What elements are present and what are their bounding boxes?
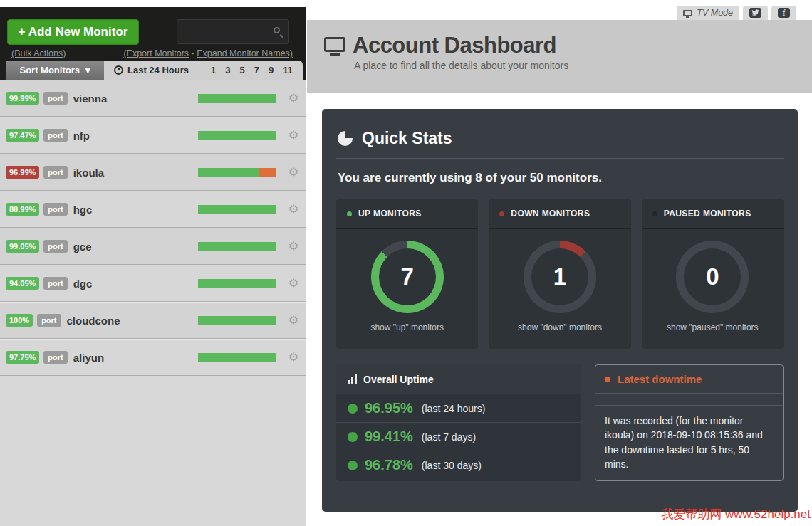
uptime-label-24h: (last 24 hours) [422,403,485,414]
hour-tick: 7 [254,65,259,75]
paused-monitors-card: PAUSED MONITORS 0 show "paused" monitors [642,199,784,349]
divider [336,158,784,159]
gear-icon[interactable]: ⚙ [288,278,298,289]
down-monitors-label: DOWN MONITORS [511,209,590,219]
sidebar-header: + Add New Monitor (Bulk Actions) (Export… [0,7,306,80]
show-up-monitors-link[interactable]: show "up" monitors [336,322,478,332]
up-count: 7 [400,263,413,290]
hour-tick: 11 [283,65,293,75]
facebook-icon: f [778,8,790,18]
monitor-name[interactable]: dgc [73,278,93,290]
page-title-block: Account Dashboard A place to find all th… [324,33,568,71]
uptime-badge: 88.99% [6,203,39,216]
quick-stats-header: Quick Stats [336,123,784,148]
uptime-badge: 94.05% [6,277,39,290]
monitor-name[interactable]: ikoula [73,167,104,179]
monitor-row-hgc[interactable]: 88.99% port hgc ⚙ [0,191,306,228]
uptime-row-24h: 96.95% (last 24 hours) [336,394,581,422]
down-monitors-donut: 1 [524,241,596,313]
monitor-row-vienna[interactable]: 99.99% port vienna ⚙ [0,80,306,117]
monitor-type-badge: port [43,277,67,290]
tv-mode-tab[interactable]: TV Mode [677,6,739,20]
uptime-bar [198,242,276,251]
gear-icon[interactable]: ⚙ [288,241,298,252]
twitter-icon [749,8,761,18]
gear-icon[interactable]: ⚙ [288,204,298,215]
uptime-bar [198,353,276,362]
up-monitors-card: UP MONITORS 7 show "up" monitors [336,199,478,349]
gear-icon[interactable]: ⚙ [288,352,298,363]
chevron-down-icon: ▾ [85,65,90,75]
tv-mode-label: TV Mode [697,8,733,18]
sort-monitors-dropdown[interactable]: Sort Monitors ▾ [6,61,104,80]
uptime-badge: 96.99% [6,166,39,179]
monitor-type-badge: port [43,240,67,253]
gear-icon[interactable]: ⚙ [288,93,298,104]
up-monitors-label: UP MONITORS [358,209,422,219]
uptime-label-30d: (last 30 days) [422,460,482,471]
add-new-monitor-button[interactable]: + Add New Monitor [7,19,139,45]
hour-tick: 1 [211,65,216,75]
monitor-row-gce[interactable]: 99.05% port gce ⚙ [0,228,306,265]
uptime-seal-icon [348,404,358,414]
monitor-type-badge: port [43,351,67,364]
down-monitors-card-header: DOWN MONITORS [489,199,630,229]
monitor-row-cloudcone[interactable]: 100% port cloudcone ⚙ [0,302,306,339]
gear-icon[interactable]: ⚙ [288,167,298,178]
monitor-screen-icon [324,37,345,52]
monitor-row-nfp[interactable]: 97.47% port nfp ⚙ [0,117,306,154]
pie-chart-icon [338,131,353,146]
uptime-badge: 97.75% [6,351,39,364]
monitor-row-ikoula[interactable]: 96.99% port ikoula ⚙ [0,154,306,191]
hour-tick: 5 [240,65,245,75]
uptime-pct-30d: 96.78% [365,457,413,473]
tv-icon [683,10,692,16]
uptime-badge: 99.99% [6,92,39,105]
expand-monitor-names-link[interactable]: Expand Monitor Names) [197,48,293,58]
twitter-tab[interactable] [743,6,768,20]
uptime-badge: 99.05% [6,240,39,253]
monitor-name[interactable]: cloudcone [67,315,120,327]
sidebar-links-row: (Bulk Actions) (Export Monitors - Expand… [0,48,306,58]
monitor-sidebar: + Add New Monitor (Bulk Actions) (Export… [0,7,306,526]
monitor-name[interactable]: hgc [73,204,93,216]
search-icon [274,27,280,33]
monitor-name[interactable]: nfp [73,130,90,142]
monitor-search-input[interactable] [177,19,289,44]
monitor-name[interactable]: aliyun [73,352,104,364]
links-separator: - [189,48,197,58]
main-content: TV Mode f Account Dashboard A place to f… [307,0,812,526]
monitor-name[interactable]: vienna [73,93,108,105]
monitor-name[interactable]: gce [73,241,92,253]
paused-status-dot-icon [652,211,657,216]
gear-icon[interactable]: ⚙ [288,315,298,326]
facebook-tab[interactable]: f [771,6,796,20]
overall-uptime-title: Overall Uptime [363,374,434,385]
up-monitors-donut: 7 [371,241,444,313]
watermark-text: 我爱帮助网 www.52help.net [661,506,811,522]
up-status-dot-icon [347,211,352,216]
paused-monitors-card-header: PAUSED MONITORS [642,199,784,229]
monitor-row-dgc[interactable]: 94.05% port dgc ⚙ [0,265,306,302]
page-subtitle: A place to find all the details about yo… [354,60,568,71]
uptime-row-30d: 96.78% (last 30 days) [336,451,581,479]
uptime-bar [198,168,276,177]
show-paused-monitors-link[interactable]: show "paused" monitors [642,322,784,332]
latest-downtime-text: It was recorded (for the monitor ikoula)… [595,406,783,480]
time-range-label: Last 24 Hours [127,65,189,75]
monitor-row-aliyun[interactable]: 97.75% port aliyun ⚙ [0,339,306,376]
uptime-pct-24h: 96.95% [365,400,413,416]
bulk-actions-link[interactable]: (Bulk Actions) [11,48,66,58]
time-range-tab[interactable]: Last 24 Hours 1 3 5 7 9 11 [104,61,303,80]
uptime-seal-icon [348,432,358,442]
overall-uptime-panel: Overall Uptime 96.95% (last 24 hours) 99… [336,364,581,481]
export-monitors-link[interactable]: (Export Monitors [123,48,189,58]
overall-uptime-header: Overall Uptime [336,364,581,394]
down-monitors-card: DOWN MONITORS 1 show "down" monitors [489,199,630,349]
latest-downtime-panel: Latest downtime It was recorded (for the… [595,364,784,481]
hour-ticks: 1 3 5 7 9 11 [211,65,293,75]
uptime-badge: 100% [6,314,33,327]
gear-icon[interactable]: ⚙ [288,130,298,141]
hour-tick: 3 [225,65,230,75]
show-down-monitors-link[interactable]: show "down" monitors [489,322,630,332]
